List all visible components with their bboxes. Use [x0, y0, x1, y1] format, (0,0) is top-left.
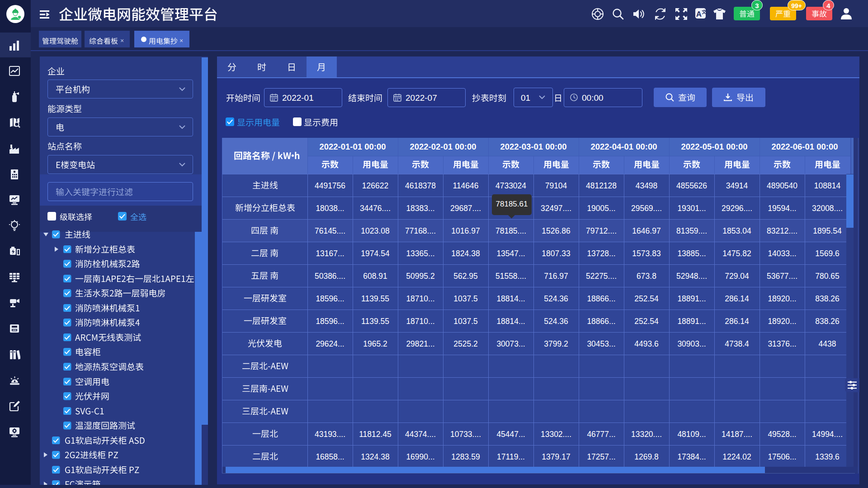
svg-text:A: A	[696, 10, 702, 19]
